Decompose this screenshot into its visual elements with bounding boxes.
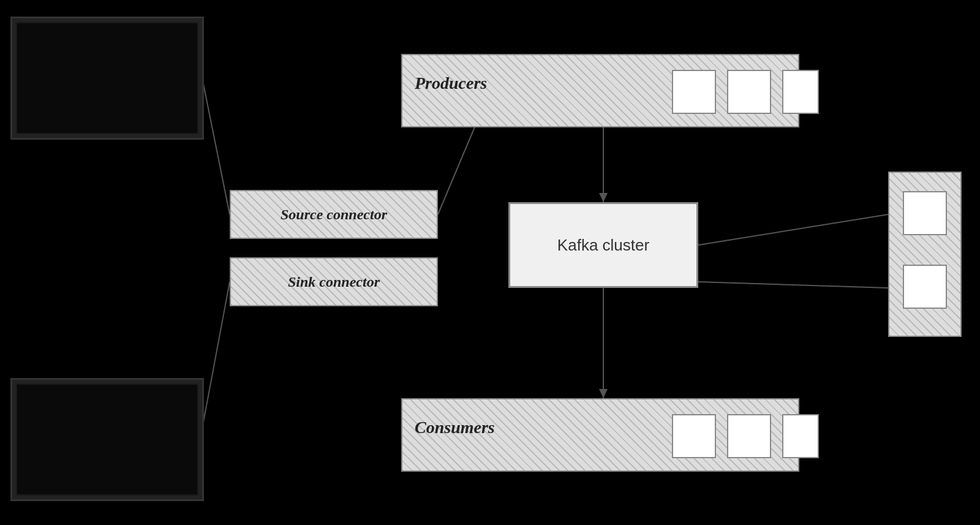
monitor-top-screen: [16, 22, 198, 134]
right-square-2: [903, 265, 947, 309]
producer-square-3: [782, 70, 819, 114]
producers-box: Producers: [401, 54, 799, 127]
svg-marker-3: [599, 193, 608, 202]
consumers-label: Consumers: [415, 418, 495, 437]
source-connector-box: Source connector: [230, 190, 438, 239]
consumers-box: Consumers: [401, 398, 799, 472]
consumer-square-1: [672, 414, 716, 458]
kafka-cluster-label: Kafka cluster: [557, 236, 649, 255]
monitor-bottom-screen: [16, 383, 198, 496]
svg-line-19: [698, 214, 888, 245]
producer-square-2: [727, 70, 771, 114]
right-square-1: [903, 191, 947, 235]
svg-line-0: [202, 78, 230, 214]
monitor-bottom: [12, 380, 202, 499]
producers-label: Producers: [415, 74, 487, 93]
svg-line-4: [202, 282, 230, 429]
source-connector-label: Source connector: [281, 206, 387, 223]
right-panel: [888, 172, 962, 337]
kafka-cluster-box: Kafka cluster: [508, 202, 698, 288]
svg-line-20: [698, 282, 888, 288]
diagram-container: Producers Source connector Sink connecto…: [0, 0, 980, 525]
sink-connector-box: Sink connector: [230, 257, 438, 306]
sink-connector-label: Sink connector: [288, 274, 380, 290]
svg-marker-6: [599, 389, 608, 398]
producer-square-1: [672, 70, 716, 114]
consumer-square-3: [782, 414, 819, 458]
consumer-square-2: [727, 414, 771, 458]
monitor-top: [12, 18, 202, 138]
